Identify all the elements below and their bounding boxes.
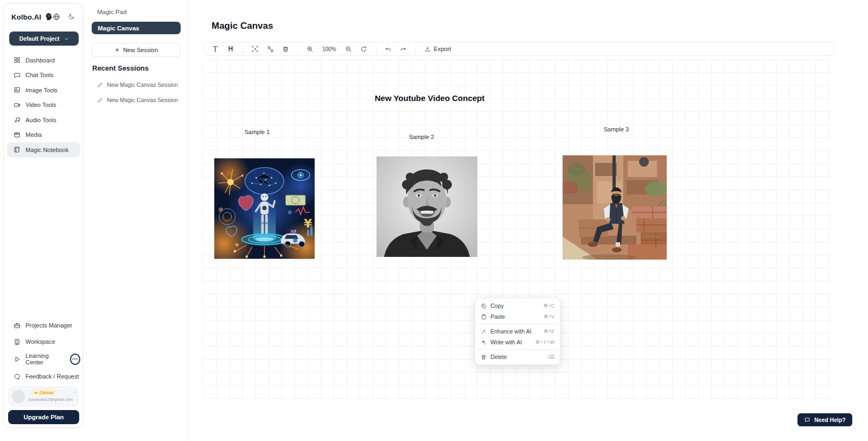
project-selector[interactable]: Default Project (9, 32, 79, 46)
nav-magic-canvas[interactable]: Magic Canvas (92, 22, 181, 34)
sidebar-item-chat-tools[interactable]: Chat Tools (7, 68, 80, 83)
language-globe-icon[interactable] (53, 13, 60, 21)
magic-wand-icon (481, 329, 487, 335)
sidebar-item-workspace[interactable]: Workspace (7, 333, 80, 350)
session-item-label: New Magic Canvas Session (107, 97, 178, 103)
zoom-out-icon (345, 46, 352, 53)
sidebar-item-projects-manager[interactable]: Projects Manager (7, 317, 80, 333)
play-icon (14, 356, 21, 363)
sidebar-item-label: Dashboard (25, 57, 55, 64)
context-menu-shortcut: ⌘+V (544, 314, 554, 319)
session-panel: Magic Pad Magic Canvas New Session Recen… (84, 0, 188, 441)
project-selector-label: Default Project (19, 35, 59, 42)
user-account-chip[interactable]: Owner zoharvan12@gmail.com ⌃ (8, 386, 79, 407)
upgrade-plan-button[interactable]: Upgrade Plan (8, 410, 79, 424)
new-session-label: New Session (123, 47, 158, 53)
need-help-button[interactable]: Need Help? (797, 413, 852, 426)
reset-view-button[interactable] (358, 43, 370, 54)
select-tool-button[interactable] (249, 43, 261, 54)
context-menu-shortcut: ⌘+⇧+W (535, 339, 554, 345)
sidebar-item-label: Learning Center (25, 352, 64, 366)
toolbar-divider (297, 45, 298, 53)
owner-badge-label: Owner (40, 390, 54, 395)
sidebar-item-dashboard[interactable]: Dashboard (7, 53, 80, 68)
context-menu-paste[interactable]: Paste ⌘+V (475, 311, 560, 322)
zoom-in-icon (307, 46, 314, 53)
video-icon (14, 102, 21, 109)
sample-3-image[interactable] (563, 155, 667, 260)
sidebar-item-media[interactable]: Media (7, 128, 80, 143)
export-button[interactable]: Export (422, 46, 454, 52)
paste-icon (481, 314, 487, 320)
sidebar-item-magic-notebook[interactable]: Magic Notebook (7, 142, 80, 158)
building-icon (14, 338, 21, 345)
context-menu-copy[interactable]: Copy ⌘+C (475, 300, 560, 311)
sidebar-item-label: Projects Manager (25, 322, 72, 329)
recent-sessions-heading: Recent Sessions (92, 64, 149, 72)
context-menu-shortcut: ⌘+C (543, 303, 554, 308)
trash-icon (481, 354, 487, 360)
help-chat-icon (804, 417, 810, 423)
redo-icon (400, 46, 407, 53)
notebook-icon (14, 146, 21, 153)
sidebar-item-label: Image Tools (25, 87, 58, 93)
brand-logo: Kolbo.AI (11, 13, 41, 21)
sidebar-item-label: Feedback / Request (25, 373, 79, 380)
sample-3-label[interactable]: Sample 3 (589, 126, 643, 133)
session-list-item[interactable]: New Magic Canvas Session (97, 97, 178, 103)
export-label: Export (434, 46, 451, 52)
select-scan-icon (251, 45, 259, 53)
download-icon (424, 46, 431, 52)
sidebar-item-learning-center[interactable]: Learning Center 66% (7, 350, 80, 368)
sparkles-icon (481, 339, 487, 345)
connector-tool-button[interactable] (264, 43, 276, 54)
dark-mode-moon-icon[interactable] (68, 13, 75, 20)
sidebar-item-video-tools[interactable]: Video Tools (7, 98, 80, 113)
context-menu-enhance-with-ai[interactable]: Enhance with AI ⌘+E (475, 326, 560, 337)
sidebar-item-audio-tools[interactable]: Audio Tools (7, 112, 80, 128)
toolbar-divider (242, 45, 243, 53)
zoom-level: 100% (319, 46, 340, 52)
connector-icon (267, 46, 274, 53)
board-title[interactable]: New Youtube Video Concept (365, 93, 495, 103)
session-list-item[interactable]: New Magic Canvas Session (97, 81, 178, 88)
sample-1-label[interactable]: Sample 1 (230, 129, 284, 135)
magic-canvas-board[interactable]: New Youtube Video Concept Sample 1 Sampl… (203, 59, 834, 402)
context-menu-shortcut: ⌫ (547, 354, 554, 360)
sidebar-item-label: Workspace (25, 338, 55, 345)
new-session-button[interactable]: New Session (92, 43, 181, 56)
context-menu-shortcut: ⌘+E (544, 329, 554, 334)
zoom-in-button[interactable] (304, 43, 316, 54)
delete-tool-button[interactable] (279, 43, 291, 54)
sample-2-image[interactable] (376, 156, 477, 257)
context-menu-write-with-ai[interactable]: Write with AI ⌘+⇧+W (475, 337, 560, 348)
reset-rotate-icon (360, 46, 367, 53)
chevron-down-icon (64, 36, 69, 41)
zoom-out-button[interactable] (343, 43, 355, 54)
sidebar-item-feedback-request[interactable]: Feedback / Request (7, 368, 80, 385)
sidebar-item-image-tools[interactable]: Image Tools (7, 83, 80, 98)
session-item-label: New Magic Canvas Session (107, 81, 178, 88)
context-menu-label: Delete (490, 354, 544, 360)
brain-logo-icon (44, 12, 53, 21)
toolbar-divider (376, 45, 376, 53)
sample-1-image[interactable]: ¥ (214, 158, 315, 259)
undo-button[interactable] (382, 43, 394, 54)
nav-magic-pad[interactable]: Magic Pad (97, 9, 126, 15)
sample-2-label[interactable]: Sample 2 (394, 134, 449, 140)
nav-magic-canvas-label: Magic Canvas (98, 25, 139, 32)
heading-tool-button[interactable]: H (225, 43, 237, 54)
chevron-up-icon: ⌃ (73, 391, 76, 396)
trash-icon (282, 46, 289, 53)
text-tool-button[interactable]: T (209, 43, 221, 54)
redo-button[interactable] (398, 43, 410, 54)
image-icon (14, 86, 21, 93)
context-menu-label: Write with AI (490, 339, 531, 345)
pencil-icon (97, 82, 103, 88)
dashboard-icon (14, 56, 21, 64)
sidebar-item-label: Video Tools (25, 102, 56, 108)
context-menu-delete[interactable]: Delete ⌫ (475, 351, 560, 362)
feedback-bubble-icon (14, 373, 21, 380)
context-menu-label: Paste (490, 313, 540, 320)
briefcase-icon (14, 322, 21, 329)
